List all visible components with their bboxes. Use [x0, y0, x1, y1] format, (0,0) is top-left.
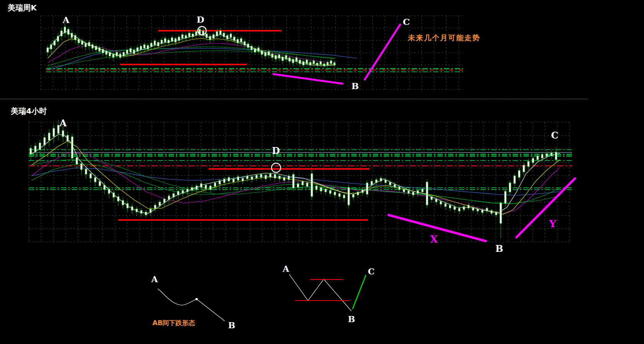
weekly-trend-down-magenta-line	[273, 74, 343, 84]
h4-chart-title: 美瑞4小时	[11, 107, 47, 115]
weekly-ma-blue	[48, 48, 357, 70]
abc-diagram-label-b: B	[348, 315, 355, 323]
h4-chart-canvas[interactable]	[29, 120, 575, 242]
ab-diagram-label-b: B	[228, 321, 235, 329]
h4-label-x: X	[430, 234, 438, 244]
abc-green-up-line	[353, 275, 366, 309]
h4-grid	[29, 122, 570, 242]
h4-label-y: Y	[549, 219, 556, 229]
abc-pattern-diagram	[289, 274, 366, 311]
h4-label-d: D	[272, 146, 280, 155]
h4-d-highlight-circle	[272, 163, 281, 172]
weekly-label-c: C	[403, 17, 410, 26]
charts-scene	[0, 0, 644, 344]
h4-label-c: C	[551, 131, 558, 140]
trading-app-page: 美瑞周K A D B C 未来几个月可能走势 美瑞4小时 A D X B Y C…	[0, 0, 644, 344]
weekly-forecast-up-magenta-line	[365, 25, 400, 79]
weekly-label-b: B	[351, 81, 359, 90]
weekly-label-d: D	[197, 15, 204, 24]
weekly-chart-title: 美瑞周K	[8, 4, 37, 12]
ab-pattern-diagram	[158, 289, 225, 321]
abc-diagram-label-c: C	[368, 267, 375, 276]
weekly-label-a: A	[63, 15, 70, 24]
ab-decline-curve	[158, 289, 225, 321]
weekly-ma-green	[48, 47, 335, 66]
h4-y-magenta-line	[517, 179, 575, 237]
h4-label-b: B	[495, 244, 503, 253]
abc-diagram-label-a: A	[283, 265, 289, 273]
ab-diagram-label-a: A	[151, 275, 158, 283]
h4-ma-magenta	[31, 152, 560, 213]
weekly-ma-magenta	[48, 43, 335, 63]
ab-curve-peak-dot	[196, 298, 198, 300]
h4-label-a: A	[60, 119, 67, 128]
weekly-forecast-note: 未来几个月可能走势	[408, 34, 480, 41]
weekly-chart-canvas[interactable]	[41, 16, 463, 89]
ab-diagram-caption: AB间下跌形态	[152, 320, 195, 326]
weekly-ma-yellow	[48, 38, 335, 65]
